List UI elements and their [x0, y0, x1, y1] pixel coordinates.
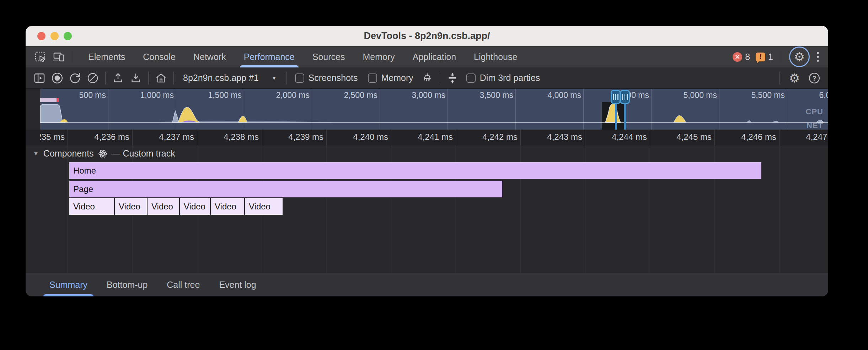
help-icon[interactable]: ?	[807, 71, 822, 86]
ruler-tick-label: 4,246 ms	[719, 132, 776, 142]
screenshots-checkbox[interactable]: Screenshots	[291, 73, 361, 83]
issue-count: 1	[768, 52, 773, 62]
window-title: DevTools - 8p2n9n.csb.app/	[364, 31, 490, 42]
checkbox-icon	[295, 73, 304, 83]
home-icon[interactable]	[154, 71, 168, 86]
flame-bar-label: Video	[73, 202, 95, 212]
flame-bar-video[interactable]: Video	[211, 198, 244, 215]
console-errors-badge[interactable]: ✕ 8	[733, 52, 750, 62]
selection-right-handle[interactable]	[620, 90, 630, 104]
devtools-tabbar: ElementsConsoleNetworkPerformanceSources…	[26, 46, 828, 68]
tab-sources[interactable]: Sources	[304, 46, 354, 67]
tab-performance[interactable]: Performance	[235, 46, 304, 67]
selection-left-handle[interactable]	[611, 90, 621, 104]
settings-button-focused[interactable]: ⚙	[789, 47, 810, 67]
custom-track-area[interactable]: ▼ Components — Custom track HomePageVide…	[26, 146, 828, 273]
titlebar: DevTools - 8p2n9n.csb.app/	[26, 26, 828, 47]
details-tab-label: Call tree	[167, 280, 200, 290]
collect-garbage-icon[interactable]	[420, 71, 435, 86]
minimize-window-button[interactable]	[50, 32, 59, 40]
tab-console[interactable]: Console	[134, 46, 184, 67]
flame-bar-video[interactable]: Video	[69, 198, 114, 215]
issue-icon: !	[756, 53, 765, 61]
target-selector-dropdown[interactable]: 8p2n9n.csb.app #1 ▼	[179, 73, 281, 83]
zoom-window-button[interactable]	[64, 32, 72, 40]
tab-application[interactable]: Application	[404, 46, 465, 67]
save-profile-icon[interactable]	[128, 71, 143, 86]
components-track-header[interactable]: ▼ Components — Custom track	[33, 148, 175, 159]
performance-toolbar: 8p2n9n.csb.app #1 ▼ Screenshots Memory	[26, 67, 828, 89]
tab-label: Elements	[88, 52, 125, 62]
ruler-gridline	[326, 130, 327, 146]
tab-label: Lighthouse	[474, 52, 517, 62]
flame-bar-video[interactable]: Video	[148, 198, 179, 215]
flame-bar-home[interactable]: Home	[69, 162, 761, 179]
overview-tick-label: 3,500 ms	[435, 91, 513, 100]
close-window-button[interactable]	[37, 32, 45, 40]
ruler-tick-label: 4,235 ms	[40, 132, 65, 142]
ruler-tick-label: 4,247 ms	[784, 132, 828, 142]
load-profile-icon[interactable]	[111, 71, 125, 86]
clear-icon[interactable]	[85, 71, 100, 86]
chevron-down-icon: ▼	[272, 75, 277, 81]
details-tab-label: Bottom-up	[107, 280, 148, 290]
tab-label: Performance	[244, 52, 295, 62]
reload-and-record-icon[interactable]	[68, 71, 82, 86]
inspect-element-icon[interactable]	[33, 49, 48, 64]
timeline-overview[interactable]: 500 ms1,000 ms1,500 ms2,000 ms2,500 ms3,…	[26, 89, 828, 130]
divider	[440, 72, 440, 84]
flame-bar-page[interactable]: Page	[69, 181, 502, 197]
tab-network[interactable]: Network	[184, 46, 235, 67]
flame-bar-label: Page	[73, 184, 93, 194]
device-toolbar-icon[interactable]	[51, 49, 66, 64]
ruler-gridline	[779, 130, 779, 146]
error-icon: ✕	[733, 52, 742, 62]
ruler-tick-label: 4,241 ms	[396, 132, 453, 142]
timeline-ruler: 4,235 ms4,236 ms4,237 ms4,238 ms4,239 ms…	[26, 130, 828, 146]
flame-bar-label: Video	[151, 202, 173, 212]
more-options-menu[interactable]	[815, 50, 820, 63]
record-icon[interactable]	[50, 71, 65, 86]
issues-badge[interactable]: ! 1	[756, 52, 773, 62]
overview-cpu-strip[interactable]: 500 ms1,000 ms1,500 ms2,000 ms2,500 ms3,…	[40, 89, 828, 130]
panel-tabs: ElementsConsoleNetworkPerformanceSources…	[79, 46, 526, 67]
divider	[173, 72, 174, 84]
flame-bar-video[interactable]: Video	[245, 198, 283, 215]
ruler-tick-label: 4,242 ms	[461, 132, 518, 142]
flame-bar-video[interactable]: Video	[115, 198, 147, 215]
tab-memory[interactable]: Memory	[354, 46, 403, 67]
ruler-gridline	[68, 130, 68, 146]
show-sidebar-icon[interactable]	[32, 71, 47, 86]
flame-bar-video[interactable]: Video	[180, 198, 210, 215]
tab-elements[interactable]: Elements	[79, 46, 134, 67]
overview-tick-label: 2,000 ms	[231, 91, 310, 100]
details-tab-summary[interactable]: Summary	[40, 273, 97, 296]
cpu-lane-label: CPU	[806, 107, 823, 116]
capture-settings-gear-icon[interactable]: ⚙	[787, 71, 802, 86]
net-lane-label: NET	[807, 121, 823, 130]
divider	[105, 72, 106, 84]
ruler-gridline	[197, 130, 197, 146]
details-tab-call-tree[interactable]: Call tree	[157, 273, 209, 296]
overview-tick-label: 4,500 ms	[571, 91, 649, 100]
flame-bar-label: Video	[249, 202, 270, 212]
collapse-tracks-icon[interactable]	[445, 71, 460, 86]
flame-bar-label: Video	[119, 202, 140, 212]
devtools-window: DevTools - 8p2n9n.csb.app/ ElementsConso…	[26, 26, 828, 296]
ruler-tick-label: 4,244 ms	[590, 132, 647, 142]
track-gridline	[779, 146, 779, 273]
ruler-gridline	[714, 130, 715, 146]
divider	[72, 51, 72, 62]
details-tab-bottom-up[interactable]: Bottom-up	[97, 273, 157, 296]
ruler-tick-label: 4,243 ms	[525, 132, 582, 142]
memory-label: Memory	[381, 73, 413, 83]
ruler-gridline	[585, 130, 585, 146]
error-count: 8	[745, 52, 750, 62]
details-tab-event-log[interactable]: Event log	[209, 273, 266, 296]
dim-3rd-parties-checkbox[interactable]: Dim 3rd parties	[463, 73, 544, 83]
ruler-gridline	[262, 130, 262, 146]
tab-lighthouse[interactable]: Lighthouse	[465, 46, 526, 67]
tab-label: Memory	[363, 52, 395, 62]
memory-checkbox[interactable]: Memory	[364, 73, 417, 83]
overview-tick-label: 5,000 ms	[639, 91, 717, 100]
